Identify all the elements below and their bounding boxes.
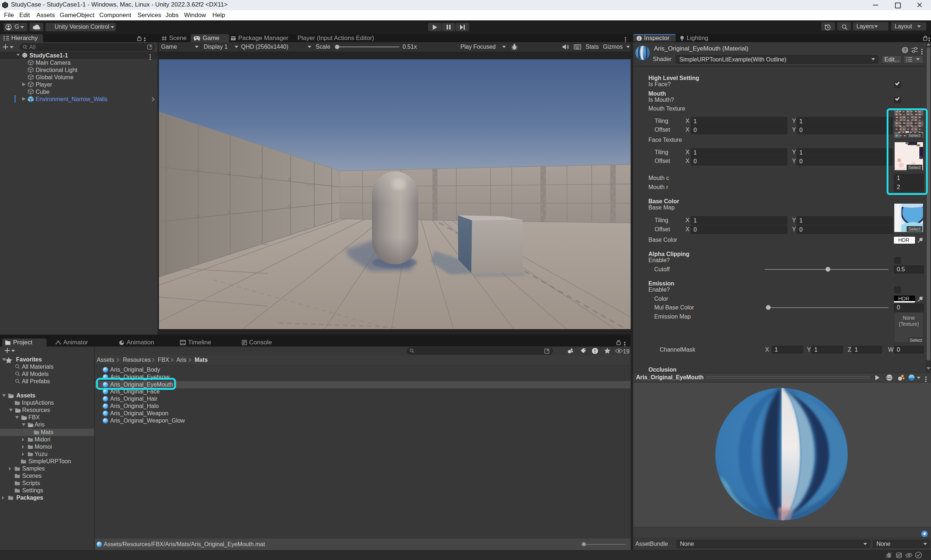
svg-text:5METER: 5METER	[170, 217, 182, 221]
svg-text:?: ?	[904, 47, 906, 53]
svg-text:5METER: 5METER	[306, 184, 315, 187]
